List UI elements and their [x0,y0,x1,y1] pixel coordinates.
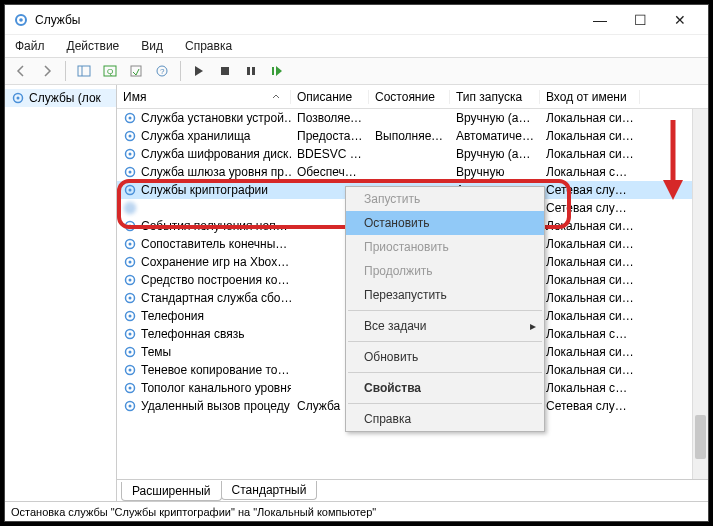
svg-point-18 [129,135,132,138]
svg-point-14 [17,97,20,100]
sidebar-label: Службы (лок [29,91,101,105]
export-button[interactable] [126,61,146,81]
table-row[interactable]: Служба хранилищаПредостав…ВыполняетсяАвт… [117,127,708,145]
context-menu-item: Запустить [346,187,544,211]
gear-icon [123,147,137,161]
minimize-button[interactable]: — [580,6,620,34]
svg-point-28 [129,225,132,228]
main-panel: Имя Описание Состояние Тип запуска Вход … [117,85,708,501]
svg-rect-2 [78,66,90,76]
window-title: Службы [35,13,580,27]
svg-point-22 [129,171,132,174]
context-menu-item[interactable]: Остановить [346,211,544,235]
context-menu-item[interactable]: Справка [346,407,544,431]
table-row[interactable]: Служба установки устрой…Позволяет…Вручну… [117,109,708,127]
svg-point-26 [129,207,132,210]
table-row[interactable]: Служба шифрования диск…BDESVC пр…Вручную… [117,145,708,163]
svg-point-36 [129,297,132,300]
gear-icon [123,165,137,179]
toolbar: Q ? [5,57,708,85]
menu-file[interactable]: Файл [11,37,49,55]
svg-point-16 [129,117,132,120]
context-menu: ЗапуститьОстановитьПриостановитьПродолжи… [345,186,545,432]
gear-icon [123,327,137,341]
svg-point-42 [129,351,132,354]
gear-icon [123,345,137,359]
play-button[interactable] [189,61,209,81]
vertical-scrollbar[interactable] [692,109,708,479]
svg-point-20 [129,153,132,156]
tab-extended[interactable]: Расширенный [121,482,222,501]
context-menu-item: Продолжить [346,259,544,283]
gear-icon [11,91,25,105]
svg-point-24 [129,189,132,192]
restart-button[interactable] [267,61,287,81]
svg-point-32 [129,261,132,264]
svg-point-30 [129,243,132,246]
sidebar-item-services[interactable]: Службы (лок [5,89,116,107]
maximize-button[interactable]: ☐ [620,6,660,34]
services-window: Службы — ☐ ✕ Файл Действие Вид Справка Q… [4,4,709,522]
gear-icon [123,363,137,377]
gear-icon [123,183,137,197]
svg-rect-11 [252,67,255,75]
gear-icon [13,12,29,28]
context-menu-item[interactable]: Свойства [346,376,544,400]
gear-icon [123,309,137,323]
tab-standard[interactable]: Стандартный [221,481,318,500]
svg-rect-10 [247,67,250,75]
menu-view[interactable]: Вид [137,37,167,55]
close-button[interactable]: ✕ [660,6,700,34]
list-header: Имя Описание Состояние Тип запуска Вход … [117,85,708,109]
gear-icon [123,291,137,305]
gear-icon [123,237,137,251]
body: Службы (лок Имя Описание Состояние Тип з… [5,85,708,501]
stop-button[interactable] [215,61,235,81]
col-acct[interactable]: Вход от имени [540,90,640,104]
context-menu-item[interactable]: Обновить [346,345,544,369]
status-text: Остановка службы "Службы криптографии" н… [11,506,376,518]
pause-button[interactable] [241,61,261,81]
svg-point-1 [19,18,23,22]
statusbar: Остановка службы "Службы криптографии" н… [5,501,708,521]
window-controls: — ☐ ✕ [580,6,700,34]
svg-point-38 [129,315,132,318]
svg-point-34 [129,279,132,282]
context-menu-item[interactable]: Перезапустить [346,283,544,307]
scrollbar-thumb[interactable] [695,415,706,459]
show-hide-tree-button[interactable] [74,61,94,81]
gear-icon [123,273,137,287]
col-name[interactable]: Имя [117,90,291,104]
refresh-button[interactable]: Q [100,61,120,81]
col-state[interactable]: Состояние [369,90,450,104]
svg-point-44 [129,369,132,372]
forward-button[interactable] [37,61,57,81]
gear-icon [123,399,137,413]
gear-icon [123,201,137,215]
menu-action[interactable]: Действие [63,37,124,55]
back-button[interactable] [11,61,31,81]
titlebar: Службы — ☐ ✕ [5,5,708,35]
table-row[interactable]: Служба шлюза уровня пр…Обеспечи…ВручнуюЛ… [117,163,708,181]
gear-icon [123,255,137,269]
sidebar: Службы (лок [5,85,117,501]
context-menu-item[interactable]: Все задачи▸ [346,314,544,338]
svg-text:?: ? [160,67,165,76]
context-menu-item: Приостановить [346,235,544,259]
gear-icon [123,111,137,125]
svg-text:Q: Q [107,67,113,76]
gear-icon [123,219,137,233]
menu-help[interactable]: Справка [181,37,236,55]
col-desc[interactable]: Описание [291,90,369,104]
gear-icon [123,381,137,395]
svg-point-46 [129,387,132,390]
svg-rect-9 [221,67,229,75]
svg-rect-12 [272,67,274,75]
help-button[interactable]: ? [152,61,172,81]
gear-icon [123,129,137,143]
col-start[interactable]: Тип запуска [450,90,540,104]
menubar: Файл Действие Вид Справка [5,35,708,57]
svg-point-40 [129,333,132,336]
svg-point-48 [129,405,132,408]
tabs: Расширенный Стандартный [117,479,708,501]
